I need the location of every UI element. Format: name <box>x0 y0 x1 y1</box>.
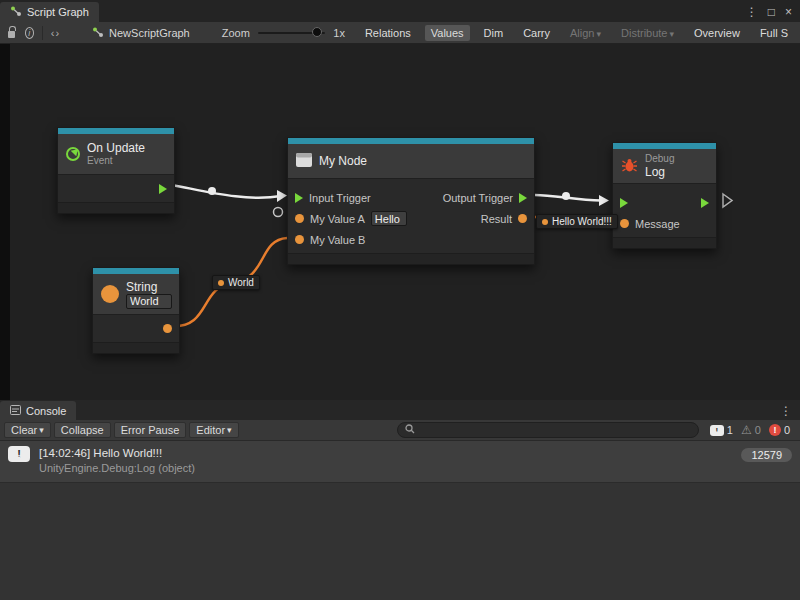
wire-arrowhead <box>277 190 287 202</box>
console-tab-label: Console <box>26 405 66 417</box>
graph-name-button[interactable]: NewScriptGraph <box>92 26 190 40</box>
chevron-down-icon: ▾ <box>670 29 675 39</box>
graph-canvas[interactable]: On Update Event String <box>0 44 800 400</box>
editor-button[interactable]: Editor▾ <box>189 422 238 438</box>
port-label: Result <box>481 213 512 225</box>
info-log-icon: ! <box>8 446 30 462</box>
chevron-down-icon: ▾ <box>39 423 44 437</box>
tab-script-graph[interactable]: Script Graph <box>0 2 99 22</box>
align-label: Align <box>570 27 594 39</box>
console-menu-icon[interactable]: ⋮ <box>780 404 800 420</box>
zoom-slider[interactable] <box>258 32 325 34</box>
console-log-entry[interactable]: ! [14:02:46] Hello World!!! UnityEngine.… <box>0 441 800 483</box>
flow-dot <box>208 187 216 195</box>
unconnected-port-ring <box>274 208 283 217</box>
collapse-count-badge: 12579 <box>741 448 792 462</box>
output-trigger-port[interactable] <box>159 184 167 194</box>
window-menu-icon[interactable]: ⋮ <box>746 5 758 19</box>
port-label: My Value A <box>310 213 365 225</box>
warning-count: 0 <box>755 424 761 436</box>
lock-icon[interactable] <box>8 31 15 38</box>
log-stacktrace: UnityEngine.Debug:Log (object) <box>39 461 732 476</box>
error-icon: ! <box>769 424 781 436</box>
close-icon[interactable]: × <box>785 5 792 19</box>
on-update-icon <box>66 147 80 161</box>
warning-icon: ⚠ <box>741 424 752 436</box>
node-title: String <box>126 280 172 294</box>
console-search-input[interactable] <box>419 424 691 436</box>
input-trigger-port[interactable] <box>620 198 628 208</box>
info-icon[interactable]: i <box>25 27 34 39</box>
toolbar-button-align[interactable]: Align▾ <box>564 25 607 41</box>
info-log-icon: ! <box>710 425 724 436</box>
node-on-update[interactable]: On Update Event <box>57 127 175 214</box>
zoom-slider-knob[interactable] <box>312 27 322 37</box>
node-footer <box>613 237 716 248</box>
editor-label: Editor <box>196 423 225 437</box>
toolbar-button-overview[interactable]: Overview <box>688 25 746 41</box>
port-label: Message <box>635 218 680 230</box>
error-count-toggle[interactable]: !0 <box>769 424 790 436</box>
my-value-a-input[interactable] <box>371 211 407 226</box>
node-footer <box>58 202 174 213</box>
toolbar-button-relations[interactable]: Relations <box>359 25 417 41</box>
console-count-toggles: !1 ⚠0 !0 <box>710 424 796 436</box>
window-controls: ⋮ □ × <box>746 5 800 22</box>
output-trigger-port[interactable] <box>701 198 709 208</box>
console-log-list[interactable]: ! [14:02:46] Hello World!!! UnityEngine.… <box>0 441 800 600</box>
graph-toolbar: i ‹ › NewScriptGraph Zoom 1x Relations V… <box>0 22 800 44</box>
maximize-icon[interactable]: □ <box>768 5 775 19</box>
console-search-field[interactable] <box>397 422 699 438</box>
chevron-down-icon: ▾ <box>227 423 232 437</box>
node-string[interactable]: String <box>92 267 180 354</box>
node-debug-log[interactable]: Debug Log Message <box>612 142 717 249</box>
node-footer <box>93 342 179 353</box>
wire-arrowhead <box>599 195 609 206</box>
node-subtitle: Event <box>87 155 145 167</box>
wire-onupdate-to-mynode <box>172 185 281 198</box>
toolbar-button-dim[interactable]: Dim <box>478 25 510 41</box>
port-label: My Value B <box>310 234 365 246</box>
collapse-button[interactable]: Collapse <box>54 422 111 438</box>
clear-label: Clear <box>11 423 37 437</box>
my-value-a-port[interactable] <box>295 214 304 223</box>
console-tab-bar: Console ⋮ <box>0 400 800 420</box>
my-node-icon <box>296 153 312 169</box>
message-port[interactable] <box>620 219 629 228</box>
tab-console[interactable]: Console <box>0 401 76 420</box>
string-icon <box>101 285 119 303</box>
input-trigger-port[interactable] <box>295 193 303 203</box>
wire-value-chip-result: Hello World!!! <box>536 214 618 229</box>
output-trigger-port[interactable] <box>519 193 527 203</box>
my-value-b-port[interactable] <box>295 235 304 244</box>
console-icon <box>10 405 21 417</box>
node-title: On Update <box>87 141 145 155</box>
info-count: 1 <box>727 424 733 436</box>
string-output-port[interactable] <box>163 324 172 333</box>
code-icon[interactable]: ‹ › <box>51 27 58 39</box>
node-title: Log <box>645 165 674 179</box>
toolbar-button-distribute[interactable]: Distribute▾ <box>615 25 680 41</box>
node-title: My Node <box>319 154 367 168</box>
console-panel: Console ⋮ Clear▾ Collapse Error Pause Ed… <box>0 400 800 600</box>
error-count: 0 <box>784 424 790 436</box>
wire-value-chip-world: World <box>212 275 260 290</box>
result-port[interactable] <box>518 214 527 223</box>
toolbar-button-values[interactable]: Values <box>425 25 470 41</box>
port-label: Output Trigger <box>443 192 513 204</box>
info-count-toggle[interactable]: !1 <box>710 424 733 436</box>
node-subtitle: Debug <box>645 153 674 165</box>
toolbar-button-carry[interactable]: Carry <box>517 25 556 41</box>
window-tab-bar: Script Graph ⋮ □ × <box>0 0 800 22</box>
warning-count-toggle[interactable]: ⚠0 <box>741 424 761 436</box>
search-icon <box>405 424 415 436</box>
toolbar-button-fullscreen[interactable]: Full S <box>754 25 794 41</box>
flow-dot <box>562 192 570 200</box>
clear-button[interactable]: Clear▾ <box>4 422 51 438</box>
node-my-node[interactable]: My Node Input Trigger Output Trigger My … <box>287 137 535 265</box>
zoom-label: Zoom <box>222 27 250 39</box>
play-indicator-icon <box>723 194 732 207</box>
string-value-input[interactable] <box>126 294 172 309</box>
zoom-value: 1x <box>333 27 345 39</box>
error-pause-button[interactable]: Error Pause <box>114 422 187 438</box>
